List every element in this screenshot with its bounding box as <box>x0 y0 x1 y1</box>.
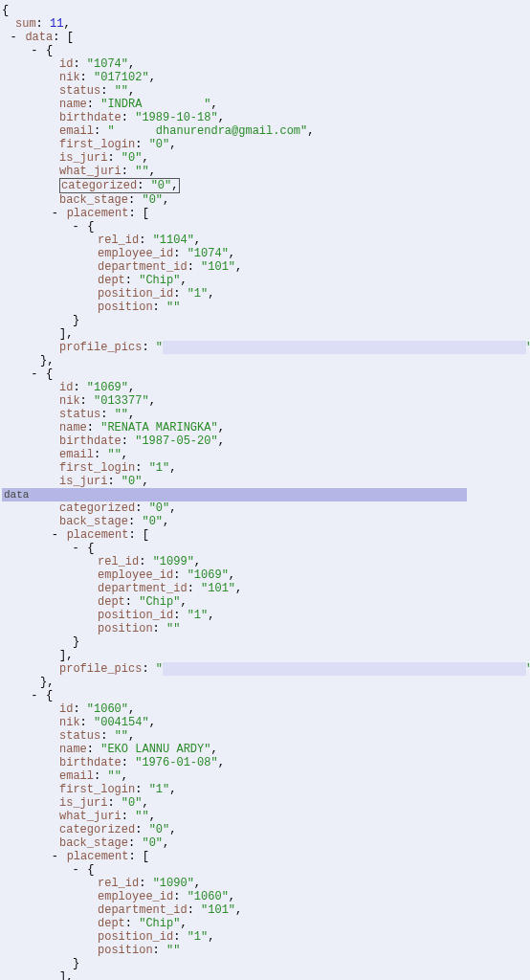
collapse-toggle[interactable]: - <box>9 31 18 44</box>
field-birthdate: birthdate: "1989-10-18", <box>2 111 528 124</box>
field-profile-pics: profile_pics: " " <box>2 341 528 354</box>
item-1-close: }, <box>2 676 528 689</box>
field-position: position: "" <box>2 944 528 957</box>
field-employee-id: employee_id: "1060", <box>2 890 528 903</box>
collapse-toggle[interactable]: - <box>71 220 80 234</box>
placement-close: ], <box>2 970 528 980</box>
placement-open[interactable]: - placement: [ <box>2 207 528 220</box>
field-rel-id: rel_id: "1104", <box>2 234 528 247</box>
field-what-juri: what_juri: "", <box>2 165 528 178</box>
field-birthdate: birthdate: "1976-01-08", <box>2 756 528 769</box>
field-name: name: "RENATA MARINGKA", <box>2 421 528 434</box>
field-dept: dept: "Chip", <box>2 595 528 609</box>
data-open[interactable]: - data: [ <box>2 31 528 44</box>
collapse-toggle[interactable]: - <box>50 207 59 220</box>
field-back-stage: back_stage: "0", <box>2 836 528 850</box>
field-employee-id: employee_id: "1069", <box>2 568 528 582</box>
placement-close: ], <box>2 327 528 341</box>
field-birthdate: birthdate: "1987-05-20", <box>2 434 528 448</box>
field-dept: dept: "Chip", <box>2 274 528 287</box>
field-dept: dept: "Chip", <box>2 917 528 930</box>
field-first-login: first_login: "1", <box>2 783 528 796</box>
field-department-id: department_id: "101", <box>2 260 528 274</box>
placement-item-open[interactable]: - { <box>2 542 528 555</box>
field-categorized: categorized: "0", <box>2 178 528 193</box>
item-0-open[interactable]: - { <box>2 44 528 57</box>
field-department-id: department_id: "101", <box>2 582 528 595</box>
root-open: { <box>2 4 528 17</box>
placement-close: ], <box>2 649 528 662</box>
field-back-stage: back_stage: "0", <box>2 515 528 528</box>
collapse-toggle[interactable]: - <box>50 528 59 542</box>
placement-open[interactable]: - placement: [ <box>2 528 528 542</box>
collapse-toggle[interactable]: - <box>71 863 80 877</box>
placement-item-close: } <box>2 314 528 327</box>
field-rel-id: rel_id: "1090", <box>2 877 528 890</box>
field-what-juri: what_juri: "", <box>2 810 528 823</box>
field-back-stage: back_stage: "0", <box>2 193 528 207</box>
json-viewer: { sum: 11, - data: [ - { id: "1074", nik… <box>2 4 528 980</box>
field-categorized: categorized: "0", <box>2 501 528 515</box>
field-id: id: "1074", <box>2 57 528 71</box>
field-position: position: "" <box>2 301 528 314</box>
field-email: email: " dhanurendra@gmail.com", <box>2 124 528 138</box>
field-status: status: "", <box>2 408 528 421</box>
sum-row: sum: 11, <box>2 17 528 31</box>
field-nik: nik: "017102", <box>2 71 528 84</box>
field-status: status: "", <box>2 84 528 98</box>
collapse-toggle[interactable]: - <box>50 850 59 863</box>
collapse-toggle[interactable]: - <box>71 542 80 555</box>
placement-open[interactable]: - placement: [ <box>2 850 528 863</box>
placement-item-close: } <box>2 957 528 970</box>
field-first-login: first_login: "1", <box>2 461 528 475</box>
field-position-id: position_id: "1", <box>2 930 528 944</box>
field-is-juri: is_juri: "0", <box>2 796 528 810</box>
field-nik: nik: "013377", <box>2 394 528 408</box>
field-id: id: "1069", <box>2 381 528 394</box>
field-categorized: categorized: "0", <box>2 823 528 836</box>
field-name: name: "EKO LANNU ARDY", <box>2 743 528 756</box>
field-profile-pics: profile_pics: " " <box>2 662 528 676</box>
field-employee-id: employee_id: "1074", <box>2 247 528 260</box>
field-is-juri: is_juri: "0", <box>2 151 528 165</box>
field-first-login: first_login: "0", <box>2 138 528 151</box>
item-2-open[interactable]: - { <box>2 689 528 702</box>
field-name: name: "INDRA ", <box>2 98 528 111</box>
field-is-juri: is_juri: "0", <box>2 475 528 488</box>
field-department-id: department_id: "101", <box>2 903 528 917</box>
highlighted-row: data <box>2 488 528 501</box>
field-position-id: position_id: "1", <box>2 609 528 622</box>
field-email: email: "", <box>2 769 528 783</box>
field-position: position: "" <box>2 622 528 635</box>
item-1-open[interactable]: - { <box>2 368 528 381</box>
field-id: id: "1060", <box>2 702 528 716</box>
data-path-tooltip: data <box>2 488 31 501</box>
field-nik: nik: "004154", <box>2 716 528 729</box>
item-0-close: }, <box>2 354 528 368</box>
field-status: status: "", <box>2 729 528 743</box>
field-position-id: position_id: "1", <box>2 287 528 301</box>
collapse-toggle[interactable]: - <box>30 368 39 381</box>
collapse-toggle[interactable]: - <box>30 44 39 57</box>
placement-item-close: } <box>2 635 528 649</box>
placement-item-open[interactable]: - { <box>2 220 528 234</box>
field-email: email: "", <box>2 448 528 461</box>
placement-item-open[interactable]: - { <box>2 863 528 877</box>
collapse-toggle[interactable]: - <box>30 689 39 702</box>
field-rel-id: rel_id: "1099", <box>2 555 528 568</box>
